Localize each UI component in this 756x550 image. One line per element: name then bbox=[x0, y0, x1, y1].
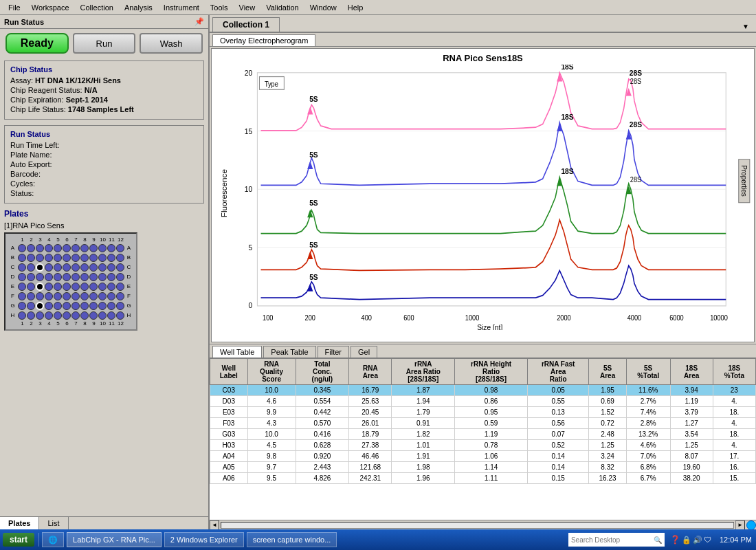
well-E1[interactable] bbox=[18, 283, 26, 291]
well-D12[interactable] bbox=[116, 273, 124, 281]
well-C5[interactable] bbox=[54, 263, 62, 272]
well-A7[interactable] bbox=[71, 244, 80, 252]
table-row[interactable]: G0310.00.41618.791.821.190.072.4813.2%3.… bbox=[210, 429, 756, 440]
well-F3[interactable] bbox=[36, 292, 44, 300]
well-E8[interactable] bbox=[80, 283, 89, 291]
well-A11[interactable] bbox=[107, 244, 115, 252]
well-G10[interactable] bbox=[98, 302, 107, 310]
menubar-view[interactable]: View bbox=[234, 2, 261, 13]
well-B5[interactable] bbox=[54, 254, 62, 262]
well-F6[interactable] bbox=[63, 292, 71, 300]
well-B11[interactable] bbox=[107, 254, 115, 262]
menubar-file[interactable]: File bbox=[3, 2, 26, 13]
well-B8[interactable] bbox=[80, 254, 89, 262]
well-C8[interactable] bbox=[80, 263, 89, 272]
well-A2[interactable] bbox=[27, 244, 35, 252]
well-E4[interactable] bbox=[45, 283, 53, 291]
scroll-left-arrow[interactable]: ◄ bbox=[210, 520, 219, 530]
well-G6[interactable] bbox=[63, 302, 71, 310]
table-row[interactable]: C0310.00.34516.791.870.980.051.9511.6%3.… bbox=[210, 385, 756, 396]
well-D3[interactable] bbox=[36, 273, 44, 281]
wash-button[interactable]: Wash bbox=[140, 33, 203, 54]
well-A4[interactable] bbox=[45, 244, 53, 252]
well-D9[interactable] bbox=[89, 273, 98, 281]
well-F11[interactable] bbox=[107, 292, 115, 300]
well-D1[interactable] bbox=[18, 273, 26, 281]
table-row[interactable]: F034.30.57026.010.910.590.560.722.8%1.27… bbox=[210, 418, 756, 429]
tab-gel[interactable]: Gel bbox=[351, 346, 377, 358]
well-D2[interactable] bbox=[27, 273, 35, 281]
tab-filter[interactable]: Filter bbox=[318, 346, 349, 358]
well-B12[interactable] bbox=[116, 254, 124, 262]
well-F5[interactable] bbox=[54, 292, 62, 300]
search-input[interactable] bbox=[571, 536, 654, 544]
well-D6[interactable] bbox=[63, 273, 71, 281]
well-C10[interactable] bbox=[98, 263, 107, 272]
well-E12[interactable] bbox=[116, 283, 124, 291]
well-B9[interactable] bbox=[89, 254, 98, 262]
menubar-instrument[interactable]: Instrument bbox=[158, 2, 205, 13]
well-C4[interactable] bbox=[45, 263, 53, 272]
well-G5[interactable] bbox=[54, 302, 62, 310]
well-G3-selected[interactable] bbox=[36, 302, 44, 310]
well-A6[interactable] bbox=[63, 244, 71, 252]
menubar-tools[interactable]: Tools bbox=[205, 2, 234, 13]
well-H8[interactable] bbox=[80, 311, 89, 320]
well-F4[interactable] bbox=[45, 292, 53, 300]
well-H5[interactable] bbox=[54, 311, 62, 320]
well-G7[interactable] bbox=[71, 302, 80, 310]
well-A5[interactable] bbox=[54, 244, 62, 252]
well-E6[interactable] bbox=[63, 283, 71, 291]
well-F1[interactable] bbox=[18, 292, 26, 300]
well-A10[interactable] bbox=[98, 244, 107, 252]
well-B3[interactable] bbox=[36, 254, 44, 262]
well-E5[interactable] bbox=[54, 283, 62, 291]
well-H1[interactable] bbox=[18, 311, 26, 320]
sub-tab-overlay[interactable]: Overlay Electropherogram bbox=[212, 34, 315, 46]
well-B2[interactable] bbox=[27, 254, 35, 262]
table-row[interactable]: E039.90.44220.451.790.950.131.527.4%3.79… bbox=[210, 407, 756, 418]
table-scrollbar[interactable]: ◄ ► bbox=[210, 520, 756, 529]
well-D7[interactable] bbox=[71, 273, 80, 281]
well-H3[interactable] bbox=[36, 311, 44, 320]
well-D4[interactable] bbox=[45, 273, 53, 281]
well-G4[interactable] bbox=[45, 302, 53, 310]
menubar-help[interactable]: Help bbox=[342, 2, 369, 13]
well-C6[interactable] bbox=[63, 263, 71, 272]
well-G1[interactable] bbox=[18, 302, 26, 310]
well-F7[interactable] bbox=[71, 292, 80, 300]
collection-dropdown-arrow[interactable]: ▼ bbox=[738, 21, 753, 32]
data-table-container[interactable]: WellLabel RNAQualityScore TotalConc.(ng/… bbox=[210, 358, 756, 520]
scroll-right-arrow[interactable]: ► bbox=[735, 520, 745, 530]
question-icon[interactable]: ❓ bbox=[670, 535, 680, 544]
well-F10[interactable] bbox=[98, 292, 107, 300]
well-F12[interactable] bbox=[116, 292, 124, 300]
menubar-validation[interactable]: Validation bbox=[260, 2, 304, 13]
table-row[interactable]: D034.60.55425.631.940.860.550.692.7%1.19… bbox=[210, 396, 756, 407]
well-A1[interactable] bbox=[18, 244, 26, 252]
taskbar-item-ie[interactable]: 🌐 bbox=[42, 532, 64, 547]
well-D11[interactable] bbox=[107, 273, 115, 281]
well-F9[interactable] bbox=[89, 292, 98, 300]
well-F2[interactable] bbox=[27, 292, 35, 300]
well-E7[interactable] bbox=[71, 283, 80, 291]
well-C9[interactable] bbox=[89, 263, 98, 272]
well-B1[interactable] bbox=[18, 254, 26, 262]
well-C7[interactable] bbox=[71, 263, 80, 272]
well-H9[interactable] bbox=[89, 311, 98, 320]
well-C12[interactable] bbox=[116, 263, 124, 272]
well-H12[interactable] bbox=[116, 311, 124, 320]
well-A12[interactable] bbox=[116, 244, 124, 252]
well-E11[interactable] bbox=[107, 283, 115, 291]
well-E9[interactable] bbox=[89, 283, 98, 291]
taskbar-item-explorer[interactable]: 2 Windows Explorer bbox=[164, 532, 244, 547]
well-C11[interactable] bbox=[107, 263, 115, 272]
well-H10[interactable] bbox=[98, 311, 107, 320]
well-B7[interactable] bbox=[71, 254, 80, 262]
tab-plates[interactable]: Plates bbox=[0, 517, 39, 529]
table-row[interactable]: A059.72.443121.681.981.140.148.326.8%19.… bbox=[210, 462, 756, 473]
well-D8[interactable] bbox=[80, 273, 89, 281]
properties-tab[interactable]: Properties bbox=[739, 159, 751, 203]
well-B10[interactable] bbox=[98, 254, 107, 262]
well-D5[interactable] bbox=[54, 273, 62, 281]
